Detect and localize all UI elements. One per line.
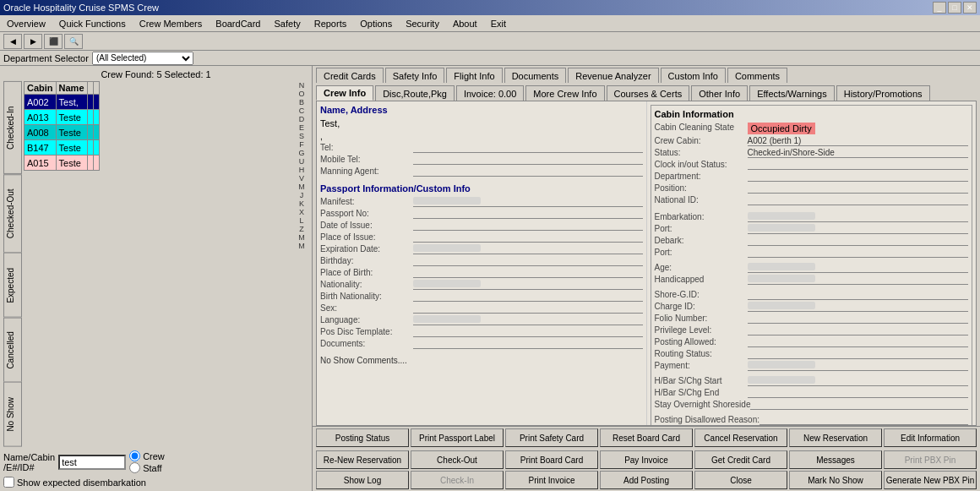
passport-no-label: Passport No: — [320, 209, 413, 218]
check-in-button[interactable]: Check-In — [411, 471, 504, 489]
menu-security[interactable]: Security — [402, 17, 443, 30]
print-safety-card-button[interactable]: Print Safety Card — [505, 428, 598, 447]
mark-no-show-button[interactable]: Mark No Show — [789, 471, 882, 489]
alpha-n[interactable]: N — [299, 81, 305, 90]
alpha-m2[interactable]: M — [298, 233, 305, 242]
alpha-b[interactable]: B — [299, 98, 304, 106]
close-button[interactable]: ✕ — [963, 2, 977, 14]
crew-radio[interactable]: Crew — [129, 450, 165, 461]
alpha-j[interactable]: J — [300, 191, 304, 199]
crew-cabin-value: A002 (berth 1) — [748, 136, 969, 146]
name-a002: Test, — [56, 95, 87, 110]
tab-documents[interactable]: Documents — [504, 68, 567, 83]
print-pbx-pin-button[interactable]: Print PBX Pin — [884, 450, 977, 469]
generate-new-pbx-pin-button[interactable]: Generate New PBX Pin — [884, 471, 977, 489]
add-posting-button[interactable]: Add Posting — [600, 471, 693, 489]
crew-row-1[interactable]: A002 Test, — [24, 95, 100, 110]
name-cabin-input[interactable] — [58, 455, 126, 470]
alpha-e[interactable]: E — [299, 123, 304, 132]
alpha-x[interactable]: X — [299, 208, 304, 216]
cancel-reservation-button[interactable]: Cancel Reservation — [694, 428, 787, 447]
edit-information-button[interactable]: Edit Information — [884, 428, 977, 447]
restore-button[interactable]: □ — [948, 2, 961, 14]
show-expected-checkbox[interactable] — [3, 477, 14, 488]
tab-comments[interactable]: Comments — [727, 68, 787, 83]
messages-button[interactable]: Messages — [789, 450, 882, 469]
alpha-c[interactable]: C — [299, 106, 305, 115]
print-invoice-button[interactable]: Print Invoice — [505, 471, 598, 489]
toolbar-btn-1[interactable]: ◀ — [3, 34, 22, 49]
menu-crew-members[interactable]: Crew Members — [136, 17, 206, 30]
renew-reservation-button[interactable]: Re-New Reservation — [316, 450, 409, 469]
alpha-v[interactable]: V — [299, 174, 304, 183]
crew-table: Cabin Name A002 Test, — [24, 81, 100, 171]
alpha-l[interactable]: L — [299, 216, 303, 225]
place-birth-value — [413, 268, 643, 278]
menu-exit[interactable]: Exit — [487, 17, 509, 30]
alpha-s[interactable]: S — [299, 132, 304, 140]
crew-row-2[interactable]: A013 Teste — [24, 110, 100, 125]
crew-table-scroll[interactable]: Cabin Name A002 Test, — [24, 81, 295, 447]
shore-gid-row: Shore-G.ID: — [655, 290, 969, 300]
tab-invoice[interactable]: Invoice: 0.00 — [456, 85, 524, 101]
staff-radio-input[interactable] — [129, 462, 140, 473]
menu-board-card[interactable]: BoardCard — [212, 17, 264, 30]
new-reservation-button[interactable]: New Reservation — [789, 428, 882, 447]
print-passport-label-button[interactable]: Print Passport Label — [411, 428, 504, 447]
tab-crew-info[interactable]: Crew Info — [316, 85, 373, 101]
print-board-card-button[interactable]: Print Board Card — [505, 450, 598, 469]
dept-selector-dropdown[interactable]: (All Selected) — [92, 52, 193, 65]
expected-label: Expected — [3, 253, 22, 318]
tab-revenue-analyzer[interactable]: Revenue Analyzer — [568, 68, 658, 83]
toolbar-btn-2[interactable]: ▶ — [24, 34, 42, 49]
menu-quick-functions[interactable]: Quick Functions — [56, 17, 129, 30]
alpha-m1[interactable]: M — [298, 183, 305, 191]
tab-more-crew-info[interactable]: More Crew Info — [525, 85, 604, 101]
window-controls[interactable]: _ □ ✕ — [933, 2, 977, 14]
toolbar-btn-4[interactable]: 🔍 — [64, 34, 83, 49]
tab-effects-warnings[interactable]: Effects/Warnings — [749, 85, 835, 101]
left-col: Name, Address Test, , Tel: Mobile Tel: — [317, 101, 646, 426]
crew-radio-input[interactable] — [129, 450, 140, 461]
alpha-f[interactable]: F — [299, 140, 304, 149]
tab-history-promotions[interactable]: History/Promotions — [836, 85, 930, 101]
alpha-g[interactable]: G — [298, 149, 304, 157]
tab-courses-certs[interactable]: Courses & Certs — [607, 85, 690, 101]
minimize-button[interactable]: _ — [933, 2, 946, 14]
get-credit-card-button[interactable]: Get Credit Card — [694, 450, 787, 469]
show-log-button[interactable]: Show Log — [316, 471, 409, 489]
tab-other-info[interactable]: Other Info — [691, 85, 748, 101]
tab-credit-cards[interactable]: Credit Cards — [316, 68, 384, 83]
menu-safety[interactable]: Safety — [271, 17, 304, 30]
alpha-z[interactable]: Z — [299, 225, 304, 233]
crew-row-3[interactable]: A008 Teste — [24, 125, 100, 140]
pay-invoice-button[interactable]: Pay Invoice — [600, 450, 693, 469]
crew-row-4[interactable]: B147 Teste — [24, 140, 100, 155]
alpha-h[interactable]: H — [299, 166, 305, 174]
tabs-row-1: Credit Cards Safety Info Flight Info Doc… — [313, 66, 980, 83]
date-issue-row: Date of Issue: — [320, 221, 643, 231]
alpha-k[interactable]: K — [299, 199, 304, 208]
menu-overview[interactable]: Overview — [3, 17, 49, 30]
close-button[interactable]: Close — [694, 471, 787, 489]
tab-safety-info[interactable]: Safety Info — [385, 68, 445, 83]
tab-disc-route-pkg[interactable]: Disc,Route,Pkg — [375, 85, 455, 101]
posting-status-button[interactable]: Posting Status — [316, 428, 409, 447]
menu-about[interactable]: About — [449, 17, 481, 30]
crew-row-5[interactable]: A015 Teste — [24, 155, 100, 171]
reset-board-card-button[interactable]: Reset Board Card — [600, 428, 693, 447]
toolbar-btn-3[interactable]: ⬛ — [44, 34, 63, 49]
tab-custom-info[interactable]: Custom Info — [661, 68, 726, 83]
menu-options[interactable]: Options — [357, 17, 395, 30]
alpha-d[interactable]: D — [299, 115, 305, 123]
pos-disc-row: Pos Disc Template: — [320, 327, 643, 337]
menu-reports[interactable]: Reports — [311, 17, 351, 30]
alpha-o[interactable]: O — [298, 90, 304, 98]
staff-radio[interactable]: Staff — [129, 462, 165, 473]
check-out-button[interactable]: Check-Out — [411, 450, 504, 469]
alpha-u[interactable]: U — [299, 157, 305, 166]
tab-flight-info[interactable]: Flight Info — [446, 68, 502, 83]
left-panel: Crew Found: 5 Selected: 1 Checked-In Che… — [0, 66, 313, 491]
alpha-m3[interactable]: M — [298, 242, 305, 250]
tabs-row-2: Crew Info Disc,Route,Pkg Invoice: 0.00 M… — [313, 84, 980, 101]
